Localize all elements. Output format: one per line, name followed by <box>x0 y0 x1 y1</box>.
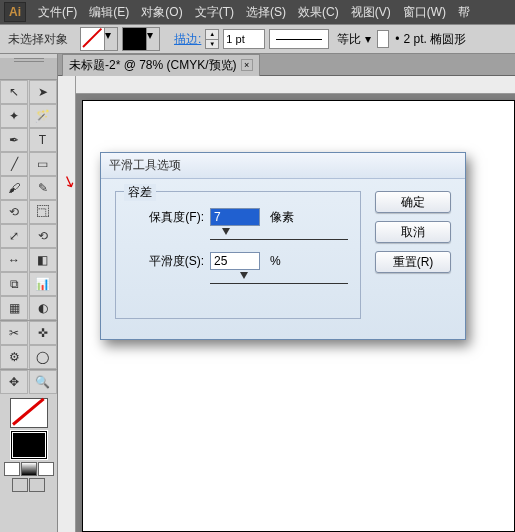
menu-window[interactable]: 窗口(W) <box>397 4 452 21</box>
dialog-title[interactable]: 平滑工具选项 <box>101 153 465 179</box>
rotate-tool[interactable]: ⤢ <box>0 224 28 248</box>
paintbrush-tool[interactable]: 🖌 <box>0 176 28 200</box>
ruler-vertical[interactable] <box>58 76 76 532</box>
stroke-black-icon[interactable] <box>123 28 147 50</box>
fill-none-icon[interactable] <box>81 28 105 50</box>
column-graph-tool[interactable]: ◯ <box>29 345 57 369</box>
slider-thumb-icon[interactable] <box>240 272 248 279</box>
smoothness-unit: % <box>270 254 281 268</box>
menu-view[interactable]: 视图(V) <box>345 4 397 21</box>
stroke-weight-input[interactable] <box>223 29 265 49</box>
eyedropper-tool[interactable]: ✂ <box>0 321 28 345</box>
menu-help[interactable]: 帮 <box>452 4 476 21</box>
separator-icon <box>377 30 389 48</box>
stroke-color-swatch[interactable] <box>10 430 48 460</box>
stroke-dropdown-icon[interactable]: ▾ <box>147 28 159 50</box>
line-tool[interactable]: ╱ <box>0 152 28 176</box>
stroke-style-preview[interactable] <box>269 29 329 49</box>
fill-swatch-group[interactable]: ▾ <box>80 27 118 51</box>
fidelity-input[interactable] <box>210 208 260 226</box>
zoom-tool[interactable]: 🔍 <box>29 370 57 394</box>
fidelity-slider[interactable] <box>210 232 348 240</box>
ok-button[interactable]: 确定 <box>375 191 451 213</box>
control-bar: 未选择对象 ▾ ▾ 描边: ▲▼ 等比▾ • 2 pt. 椭圆形 <box>0 24 515 54</box>
smoothness-input[interactable] <box>210 252 260 270</box>
cancel-button[interactable]: 取消 <box>375 221 451 243</box>
direct-selection-tool[interactable]: ➤ <box>29 80 57 104</box>
width-tool[interactable]: ↔ <box>0 248 28 272</box>
document-tab-bar: 未标题-2* @ 78% (CMYK/预览) × <box>0 54 515 76</box>
brush-preset-label[interactable]: 2 pt. 椭圆形 <box>404 31 467 48</box>
fill-color-swatch[interactable] <box>10 398 48 428</box>
tolerance-group: 容差 保真度(F): 像素 平滑度(S): % <box>115 191 361 319</box>
fidelity-label: 保真度(F): <box>128 209 204 226</box>
scale-tool[interactable]: ⟲ <box>29 224 57 248</box>
spinner-up-icon[interactable]: ▲ <box>206 30 218 40</box>
selection-tool[interactable]: ↖ <box>0 80 28 104</box>
gradient-tool[interactable]: ◐ <box>29 296 57 320</box>
fill-dropdown-icon[interactable]: ▾ <box>105 28 117 50</box>
magic-wand-tool[interactable]: ✦ <box>0 104 28 128</box>
selection-label: 未选择对象 <box>8 31 68 48</box>
menu-object[interactable]: 对象(O) <box>135 4 188 21</box>
menubar: Ai 文件(F) 编辑(E) 对象(O) 文字(T) 选择(S) 效果(C) 视… <box>0 0 515 24</box>
menu-effect[interactable]: 效果(C) <box>292 4 345 21</box>
close-icon[interactable]: × <box>241 59 253 71</box>
smooth-tool-options-dialog: 平滑工具选项 容差 保真度(F): 像素 平滑度(S): % 确定 取消 重置(… <box>100 152 466 340</box>
eraser-tool[interactable]: ⿹ <box>29 200 57 224</box>
toolbox-handle[interactable] <box>0 58 57 80</box>
gradient-mode-icon[interactable] <box>21 462 37 476</box>
app-logo: Ai <box>4 2 26 22</box>
screen-mode-icon[interactable] <box>12 478 28 492</box>
spinner-down-icon[interactable]: ▼ <box>206 40 218 49</box>
color-mode-icon[interactable] <box>4 462 20 476</box>
perspective-grid-tool[interactable]: 📊 <box>29 272 57 296</box>
pen-tool[interactable]: ✒ <box>0 128 28 152</box>
fidelity-unit: 像素 <box>270 209 294 226</box>
free-transform-tool[interactable]: ◧ <box>29 248 57 272</box>
menu-edit[interactable]: 编辑(E) <box>83 4 135 21</box>
document-tab[interactable]: 未标题-2* @ 78% (CMYK/预览) × <box>62 54 260 76</box>
menu-type[interactable]: 文字(T) <box>189 4 240 21</box>
proportion-dropdown-icon[interactable]: ▾ <box>365 32 371 46</box>
reset-button[interactable]: 重置(R) <box>375 251 451 273</box>
tolerance-group-label: 容差 <box>124 184 156 201</box>
ruler-horizontal[interactable] <box>76 76 515 94</box>
document-tab-label: 未标题-2* @ 78% (CMYK/预览) <box>69 57 237 74</box>
none-mode-icon[interactable] <box>38 462 54 476</box>
menu-select[interactable]: 选择(S) <box>240 4 292 21</box>
screen-mode-icon[interactable] <box>29 478 45 492</box>
smoothness-label: 平滑度(S): <box>128 253 204 270</box>
proportion-label[interactable]: 等比 <box>337 31 361 48</box>
color-swatches <box>0 394 57 496</box>
rectangle-tool[interactable]: ▭ <box>29 152 57 176</box>
slider-thumb-icon[interactable] <box>222 228 230 235</box>
pencil-tool[interactable]: ✎ <box>29 176 57 200</box>
stroke-swatch-group[interactable]: ▾ <box>122 27 160 51</box>
stroke-label[interactable]: 描边: <box>174 31 201 48</box>
symbol-sprayer-tool[interactable]: ⚙ <box>0 345 28 369</box>
mesh-tool[interactable]: ▦ <box>0 296 28 320</box>
blob-brush-tool[interactable]: ⟲ <box>0 200 28 224</box>
shape-builder-tool[interactable]: ⧉ <box>0 272 28 296</box>
stroke-weight-spinner[interactable]: ▲▼ <box>205 29 219 49</box>
lasso-tool[interactable]: 🪄 <box>29 104 57 128</box>
artboard-tool[interactable]: ✥ <box>0 370 28 394</box>
toolbox: ↖ ➤ ✦ 🪄 ✒ T ╱ ▭ 🖌 ✎ ⟲ ⿹ ⤢ ⟲ ↔ ◧ ⧉ 📊 ▦ ◐ … <box>0 54 58 532</box>
menu-file[interactable]: 文件(F) <box>32 4 83 21</box>
blend-tool[interactable]: ✜ <box>29 321 57 345</box>
dot-icon: • <box>395 32 399 46</box>
type-tool[interactable]: T <box>29 128 57 152</box>
smoothness-slider[interactable] <box>210 276 348 284</box>
